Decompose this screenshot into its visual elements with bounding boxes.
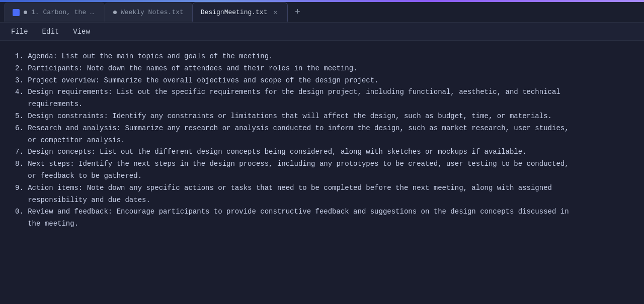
menu-item-view[interactable]: View bbox=[66, 25, 97, 39]
content-line: 7. Design concepts: List out the differe… bbox=[15, 146, 629, 158]
tab-tab1[interactable]: 1. Carbon, the Element bbox=[4, 3, 105, 22]
content-line: 8. Next steps: Identify the next steps i… bbox=[15, 158, 629, 182]
content-area[interactable]: 1. Agenda: List out the main topics and … bbox=[0, 41, 644, 304]
tab-close-button[interactable]: ✕ bbox=[271, 9, 279, 17]
content-line: 1. Agenda: List out the main topics and … bbox=[15, 51, 629, 63]
maximize-button[interactable] bbox=[608, 4, 622, 18]
content-line: 6. Research and analysis: Summarize any … bbox=[15, 123, 629, 147]
content-line: 9. Action items: Note down any specific … bbox=[15, 182, 629, 207]
menu-item-edit[interactable]: Edit bbox=[35, 25, 66, 39]
tab-tab2[interactable]: Weekly Notes.txt bbox=[105, 3, 192, 22]
tab-tab3[interactable]: DesignMeeting.txt✕ bbox=[192, 3, 288, 22]
tab-label: DesignMeeting.txt bbox=[201, 9, 268, 16]
tab-app-icon bbox=[13, 9, 20, 16]
menu-item-file[interactable]: File bbox=[4, 25, 35, 39]
settings-icon[interactable] bbox=[625, 24, 640, 39]
content-line: 0. Review and feedback: Encourage partic… bbox=[15, 206, 629, 230]
tab-label: 1. Carbon, the Element bbox=[31, 9, 96, 16]
content-line: 4. Design requirements: List out the spe… bbox=[15, 86, 629, 111]
content-line: 5. Design constraints: Identify any cons… bbox=[15, 111, 629, 123]
tab-label: Weekly Notes.txt bbox=[121, 9, 184, 16]
close-button[interactable] bbox=[626, 4, 640, 18]
tab-modified-dot bbox=[24, 11, 27, 14]
title-bar: 1. Carbon, the ElementWeekly Notes.txtDe… bbox=[0, 0, 644, 23]
content-line: 3. Project overview: Summarize the overa… bbox=[15, 75, 629, 87]
window-controls bbox=[590, 4, 640, 18]
content-line: 2. Participants: Note down the names of … bbox=[15, 63, 629, 75]
new-tab-button[interactable]: + bbox=[290, 5, 305, 20]
minimize-button[interactable] bbox=[590, 4, 604, 18]
menu-bar: FileEditView bbox=[0, 23, 644, 41]
tabs-container: 1. Carbon, the ElementWeekly Notes.txtDe… bbox=[4, 3, 590, 22]
title-bar-gradient bbox=[0, 0, 644, 2]
tab-modified-dot bbox=[113, 11, 117, 14]
